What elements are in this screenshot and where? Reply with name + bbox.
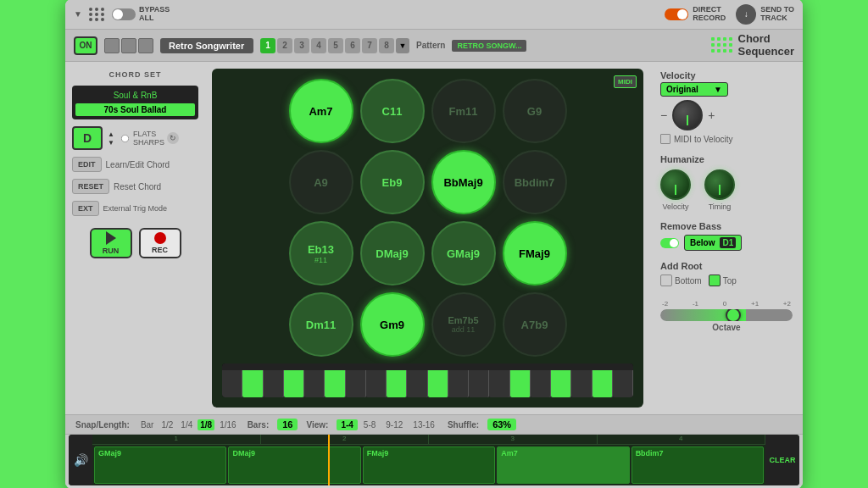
chord-Eb13[interactable]: Eb13#11 (289, 221, 353, 286)
view-5-8[interactable]: 5-8 (359, 419, 380, 430)
root-top-checkbox[interactable] (709, 274, 721, 286)
snap-sixteenth[interactable]: 1/16 (217, 419, 238, 430)
preset-name[interactable]: Retro Songwriter (160, 38, 253, 53)
send-icon[interactable]: ↓ (736, 4, 756, 25)
snap-bar[interactable]: Bar (138, 419, 157, 430)
seq-num-7[interactable]: 7 (362, 38, 377, 53)
clear-button[interactable]: CLEAR (765, 435, 799, 485)
chord-Eb9[interactable]: Eb9 (360, 150, 425, 214)
velocity-dropdown[interactable]: Original ▼ (660, 82, 728, 97)
reset-button[interactable]: RESET (72, 179, 109, 194)
root-bottom-checkbox[interactable] (660, 274, 672, 286)
options-icon[interactable] (138, 38, 153, 53)
seq-dropdown[interactable]: ▼ (396, 38, 409, 53)
velocity-knob-indicator (687, 115, 688, 125)
bypass-switch[interactable] (112, 8, 136, 20)
flats-cycle-button[interactable]: ↻ (167, 132, 179, 144)
on-button[interactable]: ON (74, 36, 97, 55)
key-selector[interactable]: D (72, 126, 103, 150)
seq-num-8[interactable]: 8 (379, 38, 394, 53)
velocity-mode-label: Original (666, 85, 698, 94)
timeline-block-gmaj9[interactable]: GMaj9 (94, 446, 226, 484)
chord-set-70s-soul[interactable]: 70s Soul Ballad (75, 103, 195, 116)
shuffle-value[interactable]: 63% (487, 419, 516, 430)
timeline-block-am7[interactable]: Am7 (497, 446, 629, 484)
view-1-4[interactable]: 1-4 (337, 419, 357, 430)
send-to-track-btn[interactable]: ↓ SEND TO TRACK (736, 4, 794, 25)
octave-mark-p2: +2 (783, 300, 791, 308)
save-icon[interactable] (104, 38, 120, 53)
seq-num-4[interactable]: 4 (311, 38, 326, 53)
key-down-arrow[interactable]: ▼ (108, 139, 114, 147)
marker-2: 2 (261, 435, 430, 444)
humanize-velocity-knob[interactable] (660, 169, 691, 200)
velocity-increase[interactable]: + (708, 108, 715, 122)
bars-value[interactable]: 16 (277, 419, 298, 430)
snap-eighth[interactable]: 1/8 (198, 419, 214, 430)
midi-velocity-checkbox[interactable] (660, 134, 670, 144)
velocity-knob[interactable] (672, 100, 703, 130)
direct-record-toggle[interactable]: DIRECT RECORD (665, 6, 726, 23)
chord-C11[interactable]: C11 (360, 79, 425, 143)
speaker-icon[interactable]: 🔊 (69, 435, 92, 485)
chord-Am7[interactable]: Am7 (289, 79, 353, 143)
octave-section: -2 -1 0 +1 +2 Octave (660, 297, 793, 332)
marker-1: 1 (92, 435, 261, 444)
chord-set-soul-rnb[interactable]: Soul & RnB (75, 89, 195, 102)
chord-row-4: Dm11 Gm9 Em7b5add 11 A7b9 (222, 292, 633, 357)
chord-DMaj9[interactable]: DMaj9 (360, 221, 425, 286)
chord-G9[interactable]: G9 (503, 79, 567, 143)
chord-Gm9[interactable]: Gm9 (360, 292, 425, 357)
chord-BbMaj9[interactable]: BbMaj9 (431, 150, 496, 214)
load-icon[interactable] (121, 38, 136, 53)
chord-Em7b5[interactable]: Em7b5add 11 (431, 292, 496, 357)
seq-num-1[interactable]: 1 (260, 38, 275, 53)
remove-bass-knob (670, 239, 678, 247)
chord-Dm11[interactable]: Dm11 (289, 292, 353, 357)
remove-bass-row: Below D1 (660, 235, 793, 251)
ext-button[interactable]: EXT (72, 201, 99, 216)
seq-num-2[interactable]: 2 (277, 38, 292, 53)
seq-num-3[interactable]: 3 (294, 38, 309, 53)
view-9-12[interactable]: 9-12 (381, 419, 407, 430)
view-13-16[interactable]: 13-16 (409, 419, 439, 430)
octave-slider[interactable] (660, 309, 793, 321)
chord-FMaj9[interactable]: FMaj9 (503, 221, 567, 286)
snap-half[interactable]: 1/2 (159, 419, 175, 430)
direct-record-switch[interactable] (665, 8, 688, 20)
run-button[interactable]: RUN (90, 228, 132, 258)
chord-Bbdim7[interactable]: Bbdim7 (503, 150, 567, 214)
bypass-toggle[interactable]: BYPASS ALL (112, 6, 170, 23)
root-bottom-label: Bottom (675, 276, 702, 286)
edit-button[interactable]: EDIT (72, 157, 102, 172)
timeline-content[interactable]: 1 2 3 4 GMaj9 DMaj9 FMaj9 Am7 Bbdim7 (92, 435, 765, 485)
chord-Fm11[interactable]: Fm11 (431, 79, 496, 143)
snap-quarter[interactable]: 1/4 (178, 419, 195, 430)
run-rec-row: RUN REC (72, 228, 198, 258)
chord-GMaj9[interactable]: GMaj9 (431, 221, 496, 286)
timeline-block-bbdim7[interactable]: Bbdim7 (632, 446, 764, 484)
menu-arrow-icon[interactable]: ▼ (74, 9, 82, 19)
octave-slider-knob[interactable] (726, 309, 741, 321)
velocity-header: Velocity (660, 70, 793, 80)
grid-icon[interactable] (89, 8, 105, 21)
timeline-block-fmaj9[interactable]: FMaj9 (363, 446, 495, 484)
rec-button[interactable]: REC (139, 228, 181, 258)
bass-dropdown[interactable]: Below D1 (684, 235, 742, 251)
flats-sharps-radio[interactable] (121, 134, 129, 141)
seq-num-6[interactable]: 6 (345, 38, 360, 53)
humanize-timing-label: Timing (709, 202, 732, 211)
remove-bass-toggle[interactable] (660, 238, 679, 248)
chord-A7b9[interactable]: A7b9 (503, 292, 567, 357)
key-up-arrow[interactable]: ▲ (108, 130, 114, 138)
chord-set-list: Soul & RnB 70s Soul Ballad (72, 86, 198, 119)
timeline-area: 🔊 1 2 3 4 GMaj9 DMaj9 FMaj9 Am7 Bbdim7 C… (69, 435, 799, 485)
chord-A9[interactable]: A9 (289, 150, 353, 214)
humanize-timing-knob[interactable] (704, 169, 735, 200)
velocity-decrease[interactable]: − (660, 108, 667, 122)
main-content: CHORD SET Soul & RnB 70s Soul Ballad D ▲… (65, 62, 803, 414)
timeline-block-dmaj9[interactable]: DMaj9 (228, 446, 360, 484)
octave-marks: -2 -1 0 +1 +2 (660, 300, 793, 308)
pattern-name[interactable]: RETRO SONGW... (452, 40, 526, 52)
seq-num-5[interactable]: 5 (328, 38, 343, 53)
